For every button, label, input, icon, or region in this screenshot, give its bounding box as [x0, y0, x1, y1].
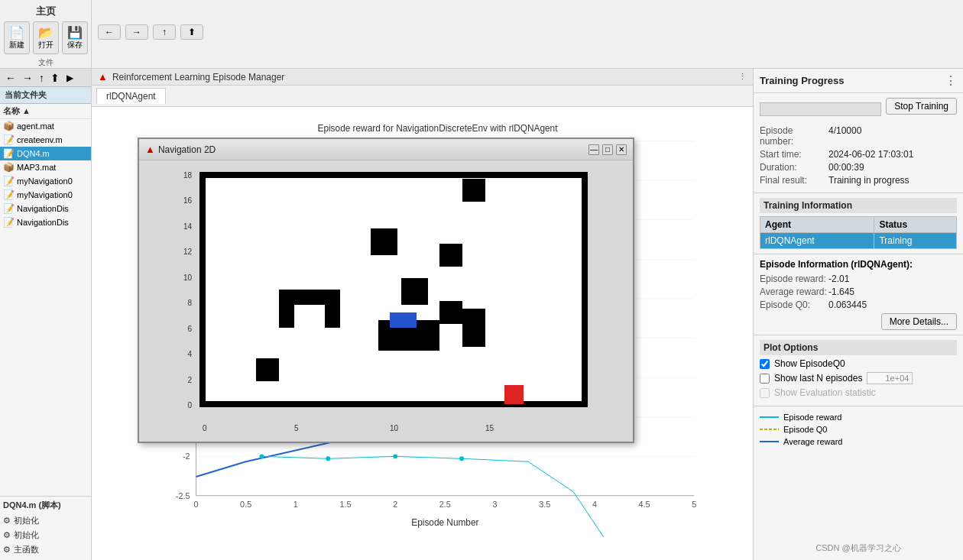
new-label: 新建 — [9, 40, 24, 50]
show-episodeq0-label: Show EpisodeQ0 — [774, 358, 845, 369]
sidebar-bottom-item[interactable]: ⚙初始化 — [3, 528, 88, 542]
svg-rect-13 — [462, 179, 485, 202]
nav-logo: ▲ — [145, 144, 155, 155]
status-col-header: Status — [874, 217, 957, 233]
show-episodeq0-row: Show EpisodeQ0 — [760, 358, 957, 369]
em-dots[interactable]: ⋮ — [738, 72, 747, 82]
file-type-icon: 📦 — [3, 121, 15, 131]
episode-manager-title: Reinforcement Learning Episode Manager — [112, 72, 284, 83]
x-tick-0: 0 — [193, 500, 198, 509]
em-tab-bar: rlDQNAgent — [92, 86, 753, 107]
sidebar-bottom: DQN4.m (脚本) ⚙初始化⚙初始化⚙主函数 — [0, 496, 91, 560]
file-item[interactable]: 📝NavigationDis — [0, 202, 91, 215]
sidebar-bottom-item-label: 初始化 — [14, 529, 39, 541]
agent-col-header: Agent — [760, 217, 874, 233]
x-tick-3_5: 3.5 — [539, 500, 550, 509]
avg-reward-value: -1.645 — [828, 286, 854, 297]
nav-minimize-btn[interactable]: — — [588, 144, 599, 155]
average-reward-row: Average reward: -1.645 — [760, 286, 957, 297]
show-episodeq0-checkbox[interactable] — [760, 359, 770, 369]
sidebar-up-btn[interactable]: ↑ — [37, 71, 47, 85]
sidebar-bottom-icon: ⚙ — [3, 530, 11, 540]
file-item[interactable]: 📝createenv.m — [0, 133, 91, 147]
agent-row[interactable]: rlDQNAgent Training — [760, 233, 957, 249]
episode-reward-legend-icon — [760, 413, 779, 421]
episode-q0-row: Episode Q0: 0.063445 — [760, 299, 957, 310]
x-tick-4_5: 4.5 — [639, 500, 650, 509]
legend: Episode reward Episode Q0 Average reward — [754, 406, 963, 452]
svg-rect-17 — [279, 290, 294, 328]
x-tick-2_5: 2.5 — [439, 500, 451, 509]
file-item[interactable]: 📝myNavigation0 — [0, 174, 91, 188]
file-item[interactable]: 📝NavigationDis — [0, 215, 91, 229]
panel-dots-icon[interactable]: ⋮ — [945, 73, 957, 88]
svg-rect-19 — [401, 278, 428, 305]
save-icon: 💾 — [67, 25, 83, 40]
nav-window-controls: — □ ✕ — [588, 144, 627, 155]
y-tick-n2: -2 — [183, 452, 190, 461]
episode-number-label: Episode number: — [760, 125, 828, 147]
file-name-text: NavigationDis — [17, 218, 69, 227]
ep-reward-label: Episode reward: — [760, 274, 828, 284]
episode-number-row: Episode number: 4/10000 — [760, 125, 957, 147]
svg-rect-22 — [462, 309, 485, 347]
nav-title-text: Navigation 2D — [158, 144, 216, 155]
nav-window: ▲ Navigation 2D — □ ✕ — [138, 138, 634, 443]
file-item[interactable]: 📦agent.mat — [0, 119, 91, 133]
legend-average-reward-label: Average reward — [783, 437, 842, 446]
save-button[interactable]: 💾 保存 — [62, 21, 88, 54]
nav-close-btn[interactable]: ✕ — [616, 144, 627, 155]
sidebar-bottom-item-label: 主函数 — [14, 544, 39, 555]
em-tab-rlDQNAgent[interactable]: rlDQNAgent — [96, 88, 166, 104]
x-axis-label: Episode Number — [411, 517, 478, 528]
em-logo: ▲ — [98, 71, 108, 83]
file-item[interactable]: 📝DQN4.m — [0, 147, 91, 160]
file-type-icon: 📝 — [3, 217, 15, 228]
new-icon: 📄 — [9, 25, 24, 40]
main-tab-label[interactable]: 主页 — [36, 3, 56, 21]
legend-episode-reward: Episode reward — [760, 413, 957, 422]
nav-x10: 10 — [390, 424, 399, 432]
sidebar-menu-btn[interactable]: ▶ — [66, 73, 73, 83]
agent-status-cell: Training — [874, 233, 957, 249]
y-tick-n2_5: -2.5 — [176, 491, 190, 500]
sidebar-browse-btn[interactable]: ⬆ — [48, 71, 62, 85]
sidebar-folder-label: 当前文件夹 — [0, 87, 91, 104]
right-panel-header: Training Progress ⋮ — [754, 69, 963, 93]
nav-maximize-btn[interactable]: □ — [602, 144, 613, 155]
sidebar-bottom-item[interactable]: ⚙初始化 — [3, 513, 88, 528]
file-item[interactable]: 📦MAP3.mat — [0, 160, 91, 174]
sidebar-forward-btn[interactable]: → — [20, 71, 35, 85]
browse-button[interactable]: ⬆ — [180, 24, 203, 40]
legend-episode-q0-label: Episode Q0 — [783, 425, 827, 434]
sidebar-bottom-item[interactable]: ⚙主函数 — [3, 542, 88, 557]
open-button[interactable]: 📂 打开 — [33, 21, 59, 54]
episode-reward-row: Episode reward: -2.01 — [760, 274, 957, 284]
up-button[interactable]: ↑ — [153, 24, 176, 40]
last-n-input[interactable] — [867, 372, 913, 384]
file-type-icon: 📝 — [3, 203, 15, 214]
file-name-text: myNavigation0 — [17, 190, 73, 199]
final-result-value: Training in progress — [828, 175, 909, 186]
stop-training-button[interactable]: Stop Training — [886, 98, 957, 115]
sidebar-back-btn[interactable]: ← — [3, 71, 18, 85]
current-folder-text: 当前文件夹 — [5, 90, 47, 99]
more-details-button[interactable]: More Details... — [881, 313, 957, 330]
nav-y2: 2 — [187, 376, 192, 384]
ep-q0-label: Episode Q0: — [760, 299, 828, 310]
toolbar-row-1: 📄 新建 📂 打开 💾 保存 — [4, 21, 88, 54]
back-button[interactable]: ← — [98, 24, 121, 40]
file-item[interactable]: 📝myNavigation0 — [0, 188, 91, 202]
episode-reward-line — [261, 456, 462, 458]
x-tick-1_5: 1.5 — [339, 500, 351, 509]
show-last-n-checkbox[interactable] — [760, 374, 770, 384]
right-panel: Training Progress ⋮ Stop Training Episod… — [753, 69, 963, 560]
svg-rect-23 — [256, 358, 279, 381]
nav-y18: 18 — [183, 171, 193, 180]
forward-button[interactable]: → — [125, 24, 148, 40]
svg-rect-25 — [504, 385, 524, 404]
legend-average-reward: Average reward — [760, 437, 957, 446]
new-button[interactable]: 📄 新建 — [4, 21, 30, 54]
nav-y4: 4 — [187, 350, 192, 358]
x-tick-1: 1 — [293, 500, 298, 509]
